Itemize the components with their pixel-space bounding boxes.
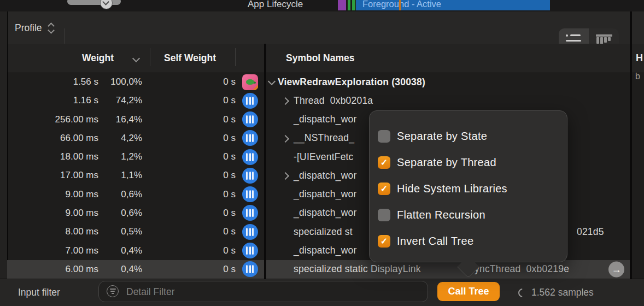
weight-percent: 1,1% [98,166,142,185]
weight-value: 18.00 ms [7,148,98,166]
menu-item-label: Invert Call Tree [397,235,473,248]
weight-value: 256.00 ms [7,110,98,129]
lifecycle-segment-purple[interactable] [338,0,346,10]
thread-icon [242,185,258,204]
symbol-name: _dispatch_wor [294,166,356,185]
self-weight-value: 0 s [149,91,236,110]
sort-chevron-down-icon [132,55,140,62]
symbol-name: specialized st [294,222,353,241]
checkbox-unchecked-icon[interactable]: ✓ [378,209,390,221]
lifecycle-segment-green[interactable] [348,0,350,10]
profile-dropdown-label: Profile [15,22,42,34]
thread-icon [242,260,258,279]
weight-percent: 4,2% [98,129,142,148]
symbol-name: _dispatch_wor [294,110,356,129]
weight-percent: 1,2% [98,148,142,166]
column-header-weight[interactable]: Weight [82,44,114,73]
menu-item-label: Hide System Libraries [397,183,507,195]
table-row[interactable]: 9.00 ms 0,6% 0 s [7,185,264,204]
disclosure-open-icon[interactable] [268,78,276,85]
filter-icon[interactable] [107,285,119,297]
self-weight-value: 0 s [149,260,236,279]
playhead-line[interactable] [399,0,401,10]
disclosure-closed-icon[interactable] [282,135,289,143]
table-row[interactable]: 8.00 ms 0,5% 0 s [7,222,264,241]
disclosure-closed-icon[interactable] [282,97,289,105]
column-divider[interactable] [150,48,150,66]
menu-item-invert-call-tree[interactable]: ✓ Invert Call Tree [370,228,567,254]
menu-item-label: Flatten Recursion [397,209,485,221]
checkbox-unchecked-icon[interactable]: ✓ [378,130,390,143]
thread-icon [242,129,258,148]
tree-row[interactable]: ViewRedrawExploration (30038) [266,73,630,91]
weight-value: 9.00 ms [7,185,98,204]
symbol-name: _dispatch_wor [294,241,356,260]
detail-filter-field[interactable] [98,281,428,302]
weight-percent: 0,4% [98,241,142,260]
table-row[interactable]: 7.00 ms 0,4% 0 s [7,241,264,260]
lifecycle-segment-green[interactable] [352,0,355,10]
timeline-strip: App Lifecycle Foreground - Active [0,0,644,13]
weight-value: 1.16 s [7,91,98,110]
focus-arrow-icon[interactable]: → [608,261,624,277]
table-row-selected[interactable]: 6.00 ms 0,4% 0 s [7,260,264,279]
table-row[interactable]: 256.00 ms 16,4% 0 s [7,110,264,129]
table-row[interactable]: 66.00 ms 4,2% 0 s [7,129,264,148]
left-gutter [0,11,8,306]
checkbox-checked-icon[interactable]: ✓ [378,183,390,195]
timeline-scrubber-badge[interactable] [100,0,113,9]
thread-icon [242,204,258,222]
symbol-name: _dispatch_wor [294,185,356,204]
table-header: Weight Self Weight Symbol Names [0,44,644,73]
weight-value: 7.00 ms [7,241,98,260]
menu-item-label: Separate by State [397,130,487,143]
table-row[interactable]: 1.16 s 74,2% 0 s [7,91,264,110]
checkbox-checked-icon[interactable]: ✓ [378,235,390,248]
self-weight-value: 0 s [149,148,236,166]
self-weight-value: 0 s [149,129,236,148]
weight-value: 66.00 ms [7,129,98,148]
samples-count: 1.562 samples [518,279,594,306]
table-row[interactable]: 17.00 ms 1,1% 0 s [7,166,264,185]
menu-item-label: Separate by Thread [397,156,496,169]
menu-item-separate-by-state[interactable]: ✓ Separate by State [370,123,567,149]
detail-toolbar: Profile [0,11,644,44]
detail-filter-input[interactable] [125,281,423,303]
self-weight-value: 0 s [149,222,236,241]
table-row[interactable]: 18.00 ms 1,2% 0 s [7,148,264,166]
checkbox-checked-icon[interactable]: ✓ [378,156,390,169]
weight-value: 17.00 ms [7,166,98,185]
heaviest-stack-subtitle-fragment: b [635,72,640,81]
column-header-self-weight[interactable]: Self Weight [164,44,216,73]
menu-item-hide-system-libraries[interactable]: ✓ Hide System Libraries [370,175,567,202]
column-divider[interactable] [235,48,236,66]
weight-value: 9.00 ms [7,204,98,222]
clock-arc-icon [518,289,527,297]
tree-row[interactable]: Thread 0xb0201a [266,91,630,110]
table-row[interactable]: 1.56 s 100,0% 0 s [7,73,264,91]
right-panel-divider[interactable] [630,11,632,306]
weight-percent: 16,4% [98,110,142,129]
thread-icon [242,110,258,129]
heaviest-stack-title-fragment: H [636,52,643,64]
symbol-name: -[UIEventFetc [294,148,354,166]
call-tree-button[interactable]: Call Tree [437,282,500,301]
filter-bar: Input filter Call Tree 1.562 samples [0,279,644,306]
table-row[interactable]: 9.00 ms 0,6% 0 s [7,204,264,222]
lifecycle-segment-foreground-active[interactable]: Foreground - Active [356,0,550,10]
weight-percent: 0,4% [98,260,142,279]
chevron-down-icon [102,0,109,5]
profile-dropdown[interactable]: Profile [15,20,54,36]
column-header-symbol-names[interactable]: Symbol Names [286,44,354,73]
disclosure-closed-icon[interactable] [282,172,289,180]
self-weight-value: 0 s [149,110,236,129]
thread-icon [242,148,258,166]
timeline-scrubber[interactable] [67,0,121,5]
menu-item-separate-by-thread[interactable]: ✓ Separate by Thread [370,149,567,175]
weight-percent: 100,0% [98,73,142,91]
self-weight-value: 0 s [149,166,236,185]
menu-item-flatten-recursion[interactable]: ✓ Flatten Recursion [370,202,567,228]
tree-row-selected[interactable]: specialized static DisplayLink yncThread… [266,260,630,279]
instruments-window: App Lifecycle Foreground - Active Profil… [0,0,644,306]
self-weight-value: 0 s [149,185,236,204]
